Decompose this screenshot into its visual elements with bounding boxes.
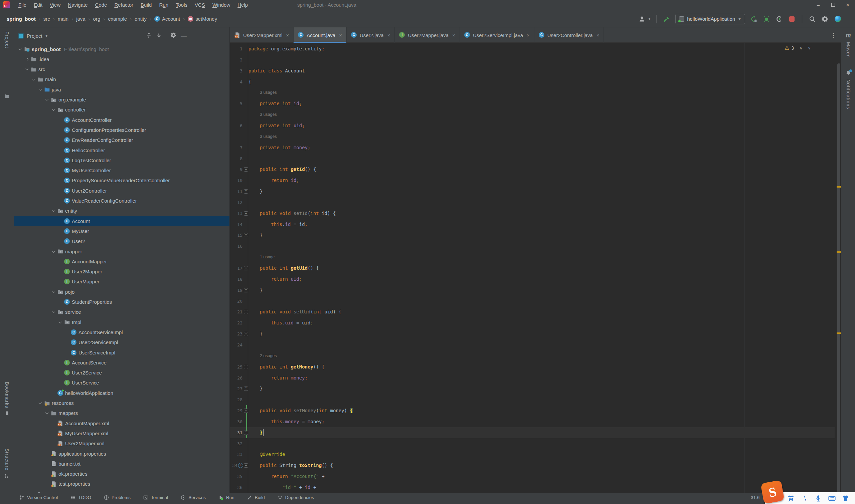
breadcrumb-item-example[interactable]: example xyxy=(108,16,127,22)
close-button[interactable]: × xyxy=(840,0,855,10)
tree-item-entity[interactable]: entity xyxy=(14,206,230,216)
tree-item-test.properties[interactable]: test.properties xyxy=(14,479,230,489)
fold-end-icon[interactable]: ^ xyxy=(244,233,248,237)
breadcrumb-item-src[interactable]: src xyxy=(43,16,50,22)
tool-stripe-project[interactable]: Project xyxy=(0,31,14,49)
usages-inlay[interactable]: 3 usages xyxy=(260,131,277,142)
tab-User2Mapper.java[interactable]: IUser2Mapper.java× xyxy=(395,28,460,43)
tree-item-User2ServiceImpl[interactable]: CUser2ServiceImpl xyxy=(14,338,230,347)
folder-icon[interactable] xyxy=(0,93,14,100)
menu-code[interactable]: Code xyxy=(91,0,111,10)
fold-start-icon[interactable]: − xyxy=(244,409,248,413)
tree-item-AccountMapper[interactable]: IAccountMapper xyxy=(14,256,230,266)
expand-all-icon[interactable] xyxy=(146,32,152,39)
chevron-expanded-icon[interactable] xyxy=(51,291,56,293)
usages-inlay[interactable]: 2 usages xyxy=(260,350,277,361)
status-services[interactable]: Services xyxy=(181,495,206,500)
warning-stripe-mark[interactable] xyxy=(837,251,841,253)
fold-end-icon[interactable]: ^ xyxy=(244,288,248,292)
tool-stripe-maven[interactable]: Maven xyxy=(841,42,855,58)
chevron-expanded-icon[interactable] xyxy=(44,412,49,414)
prev-warning-icon[interactable]: ∧ xyxy=(799,46,803,50)
tree-item-User2[interactable]: CUser2 xyxy=(14,236,230,246)
fold-start-icon[interactable]: − xyxy=(244,266,248,270)
punctuation-icon[interactable]: ’, xyxy=(801,494,808,502)
tree-item-User2Mapper.xml[interactable]: <>User2Mapper.xml xyxy=(14,438,230,449)
tab-User2.java[interactable]: CUser2.java× xyxy=(347,28,395,43)
tree-item-LogTestController[interactable]: CLogTestController xyxy=(14,155,230,165)
breadcrumb-item-Account[interactable]: CAccount xyxy=(154,16,180,22)
chevron-expanded-icon[interactable] xyxy=(24,68,29,70)
tree-item-UserMapper[interactable]: IUserMapper xyxy=(14,277,230,287)
tree-item-ValueReaderConfigController[interactable]: CValueReaderConfigController xyxy=(14,196,230,206)
breadcrumb-item-spring_boot[interactable]: spring_boot xyxy=(7,16,36,22)
build-hammer-icon[interactable] xyxy=(663,15,670,23)
chevron-expanded-icon[interactable] xyxy=(51,311,56,313)
profile-icon[interactable] xyxy=(638,15,646,23)
tree-item-AccountMapper.xml[interactable]: <>AccountMapper.xml xyxy=(14,418,230,428)
tree-item-org.example[interactable]: org.example xyxy=(14,95,230,105)
menu-navigate[interactable]: Navigate xyxy=(64,0,91,10)
chevron-expanded-icon[interactable] xyxy=(37,402,43,404)
fold-start-icon[interactable]: − xyxy=(244,463,248,468)
fold-start-icon[interactable]: − xyxy=(244,167,248,172)
tree-item-User2Mapper[interactable]: IUser2Mapper xyxy=(14,267,230,277)
menu-view[interactable]: View xyxy=(46,0,64,10)
hide-panel-icon[interactable]: — xyxy=(181,32,187,39)
tree-item-Account[interactable]: CAccount xyxy=(14,216,230,226)
fold-end-icon[interactable]: ^ xyxy=(244,189,248,194)
menu-window[interactable]: Window xyxy=(209,0,234,10)
status-terminal[interactable]: Terminal xyxy=(143,495,168,500)
warning-stripe-mark[interactable] xyxy=(837,186,841,187)
tool-stripe-structure[interactable]: Structure xyxy=(0,449,14,480)
tree-item-MyUserController[interactable]: CMyUserController xyxy=(14,165,230,176)
chevron-expanded-icon[interactable] xyxy=(51,250,56,253)
inspections-widget[interactable]: ⚠ 3 ∧ ∨ xyxy=(785,45,811,51)
tree-item-banner.txt[interactable]: banner.txt xyxy=(14,458,230,469)
tree-item-AccountServiceImpl[interactable]: CAccountServiceImpl xyxy=(14,327,230,337)
tree-item-application.properties[interactable]: application.properties xyxy=(14,449,230,458)
tree-item-ok.properties[interactable]: ok.properties xyxy=(14,469,230,479)
menu-help[interactable]: Help xyxy=(234,0,251,10)
fold-end-icon[interactable]: ^ xyxy=(244,386,248,391)
menu-vcs[interactable]: VCS xyxy=(191,0,209,10)
settings-gear-icon[interactable] xyxy=(821,15,829,23)
tree-item-pojo[interactable]: pojo xyxy=(14,287,230,297)
tree-item-User2Service[interactable]: IUser2Service xyxy=(14,368,230,378)
search-icon[interactable] xyxy=(808,15,816,23)
run-configuration-selector[interactable]: helloWorldApplication▼ xyxy=(675,14,745,24)
tree-item-helloWorldApplication[interactable]: ChelloWorldApplication xyxy=(14,388,230,398)
close-tab-icon[interactable]: × xyxy=(452,32,455,38)
tree-item-spring_boot[interactable]: spring_bootE:\learn\spring_boot xyxy=(14,44,230,54)
fold-end-icon[interactable]: ^ xyxy=(244,332,248,336)
usages-inlay[interactable]: 1 usage xyxy=(260,252,275,263)
keyboard-icon[interactable] xyxy=(828,494,836,502)
tree-item-PropertySourceValueReaderOhterController[interactable]: CPropertySourceValueReaderOhterControlle… xyxy=(14,176,230,185)
tree-item-ConfigurationPropertiesController[interactable]: CConfigurationPropertiesController xyxy=(14,125,230,135)
tab-User2Mapper.xml[interactable]: <>User2Mapper.xml× xyxy=(230,28,294,43)
close-tab-icon[interactable]: × xyxy=(527,32,530,38)
tree-item-src[interactable]: src xyxy=(14,65,230,74)
maximize-button[interactable] xyxy=(826,0,840,10)
tree-item-service[interactable]: service xyxy=(14,307,230,317)
tree-item-UserServiceImpl[interactable]: CUserServiceImpl xyxy=(14,347,230,358)
status-dependencies[interactable]: Dependencies xyxy=(278,495,314,500)
close-tab-icon[interactable]: × xyxy=(286,32,289,38)
menu-file[interactable]: File xyxy=(15,0,30,10)
fold-end-icon[interactable]: ^ xyxy=(244,431,248,435)
tree-item-AccountController[interactable]: CAccountController xyxy=(14,115,230,125)
fold-start-icon[interactable]: − xyxy=(244,211,248,216)
tree-item-AccountService[interactable]: IAccountService xyxy=(14,358,230,367)
tree-item-HelloController[interactable]: CHelloController xyxy=(14,145,230,155)
chevron-expanded-icon[interactable] xyxy=(57,321,63,323)
language-mode-icon[interactable] xyxy=(787,494,795,502)
tree-item-EnvReaderConfigController[interactable]: CEnvReaderConfigController xyxy=(14,135,230,145)
breadcrumb-item-java[interactable]: java xyxy=(76,16,86,22)
status-run[interactable]: Run xyxy=(219,495,234,500)
override-method-icon[interactable]: ↑ xyxy=(238,463,243,468)
tree-item-resources[interactable]: resources xyxy=(14,398,230,408)
menu-refactor[interactable]: Refactor xyxy=(110,0,137,10)
run-icon[interactable] xyxy=(750,15,758,23)
tree-item-mappers[interactable]: mappers xyxy=(14,408,230,418)
tool-stripe-bookmarks[interactable]: Bookmarks xyxy=(0,382,14,417)
